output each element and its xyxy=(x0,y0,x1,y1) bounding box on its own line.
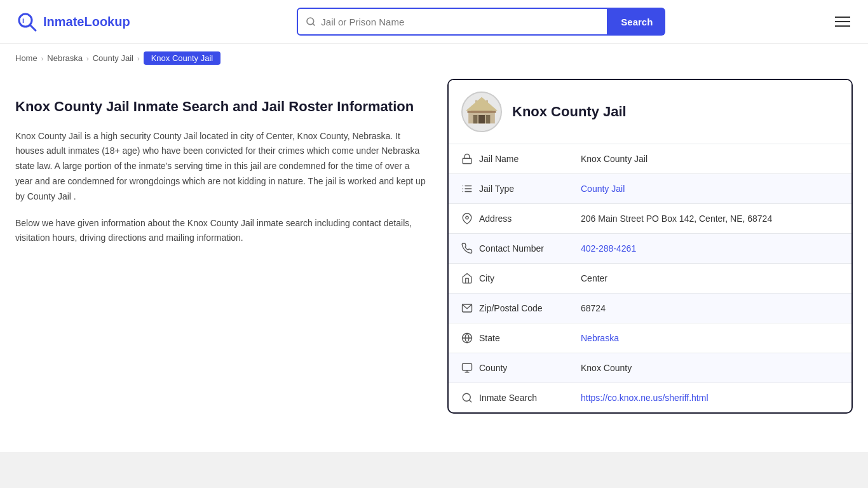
info-link[interactable]: https://co.knox.ne.us/sheriff.html xyxy=(581,393,709,403)
info-value: 68724 xyxy=(581,303,606,313)
breadcrumb-current: Knox County Jail xyxy=(144,51,221,65)
info-label: City xyxy=(479,273,581,283)
list-icon xyxy=(461,183,479,194)
table-row: Inmate Searchhttps://co.knox.ne.us/sheri… xyxy=(449,383,851,412)
table-row: CityCenter xyxy=(449,264,851,294)
svg-line-1 xyxy=(30,25,36,30)
search-button[interactable]: Search xyxy=(608,8,665,36)
info-label: Contact Number xyxy=(479,243,581,254)
table-row: Jail TypeCounty Jail xyxy=(449,174,851,204)
city-icon xyxy=(461,273,479,284)
breadcrumb-nebraska[interactable]: Nebraska xyxy=(47,53,83,63)
logo-icon: i xyxy=(15,10,38,33)
breadcrumb-county-jail[interactable]: County Jail xyxy=(93,53,133,63)
table-row: Contact Number402-288-4261 xyxy=(449,234,851,264)
search-icon xyxy=(306,17,316,27)
svg-rect-26 xyxy=(463,363,472,370)
info-label: State xyxy=(479,333,581,343)
courthouse-illustration xyxy=(466,96,498,128)
info-label: Jail Type xyxy=(479,184,581,194)
table-row: Jail NameKnox County Jail xyxy=(449,144,851,174)
card-title: Knox County Jail xyxy=(512,104,627,120)
svg-line-4 xyxy=(313,24,315,25)
info-value: 206 Main Street PO Box 142, Center, NE, … xyxy=(581,214,772,224)
footer-strip xyxy=(0,452,868,488)
mail-icon xyxy=(461,302,479,314)
county-icon xyxy=(461,362,479,374)
info-label: Jail Name xyxy=(479,154,581,164)
jail-avatar xyxy=(461,92,502,132)
info-link[interactable]: 402-288-4261 xyxy=(581,243,636,254)
left-column: Knox County Jail Inmate Search and Jail … xyxy=(15,72,428,414)
svg-marker-14 xyxy=(466,97,498,111)
svg-text:i: i xyxy=(22,17,24,24)
info-value[interactable]: County Jail xyxy=(581,184,625,194)
jail-icon xyxy=(461,153,479,165)
svg-line-30 xyxy=(469,400,471,402)
search-input[interactable] xyxy=(321,17,599,27)
breadcrumb-sep3: › xyxy=(137,55,140,62)
info-label: Zip/Postal Code xyxy=(479,303,581,313)
info-label: County xyxy=(479,363,581,373)
hamburger-line2 xyxy=(835,21,850,22)
info-label: Address xyxy=(479,214,581,224)
svg-rect-11 xyxy=(473,115,478,123)
breadcrumb-home[interactable]: Home xyxy=(15,53,37,63)
right-column: Knox County Jail Jail NameKnox County Ja… xyxy=(447,72,853,414)
search-icon xyxy=(461,392,479,403)
breadcrumb-sep2: › xyxy=(86,55,89,62)
info-link[interactable]: County Jail xyxy=(581,184,625,194)
search-input-wrapper xyxy=(297,8,608,36)
info-label: Inmate Search xyxy=(479,393,581,403)
card-header: Knox County Jail xyxy=(449,80,851,144)
info-card: Knox County Jail Jail NameKnox County Ja… xyxy=(447,79,853,414)
info-value[interactable]: 402-288-4261 xyxy=(581,243,636,254)
logo-text: InmateLookup xyxy=(43,15,130,29)
globe-icon xyxy=(461,332,479,344)
breadcrumb: Home › Nebraska › County Jail › Knox Cou… xyxy=(0,44,868,72)
table-row: Address206 Main Street PO Box 142, Cente… xyxy=(449,204,851,234)
info-link[interactable]: Nebraska xyxy=(581,333,619,343)
main-content: Knox County Jail Inmate Search and Jail … xyxy=(0,72,868,439)
info-value: Knox County xyxy=(581,363,632,373)
logo[interactable]: i InmateLookup xyxy=(15,10,130,33)
phone-icon xyxy=(461,243,479,254)
svg-rect-12 xyxy=(478,115,485,123)
breadcrumb-sep1: › xyxy=(41,55,44,62)
location-icon xyxy=(461,213,479,224)
info-value[interactable]: https://co.knox.ne.us/sheriff.html xyxy=(581,393,709,403)
table-row: Zip/Postal Code68724 xyxy=(449,294,851,323)
info-value: Knox County Jail xyxy=(581,154,648,164)
page-title: Knox County Jail Inmate Search and Jail … xyxy=(15,98,428,116)
info-table: Jail NameKnox County JailJail TypeCounty… xyxy=(449,144,851,412)
hamburger-line1 xyxy=(835,17,850,18)
menu-button[interactable] xyxy=(832,14,853,29)
svg-rect-15 xyxy=(463,158,471,163)
info-value[interactable]: Nebraska xyxy=(581,333,619,343)
svg-point-22 xyxy=(466,216,469,219)
svg-rect-10 xyxy=(468,111,496,112)
table-row: StateNebraska xyxy=(449,323,851,353)
page-desc-2: Below we have given information about th… xyxy=(15,216,428,247)
hamburger-line3 xyxy=(835,25,850,27)
search-bar: Search xyxy=(297,8,665,36)
info-value: Center xyxy=(581,273,607,283)
svg-rect-13 xyxy=(486,115,491,123)
table-row: CountyKnox County xyxy=(449,353,851,383)
page-desc-1: Knox County Jail is a high security Coun… xyxy=(15,129,428,205)
